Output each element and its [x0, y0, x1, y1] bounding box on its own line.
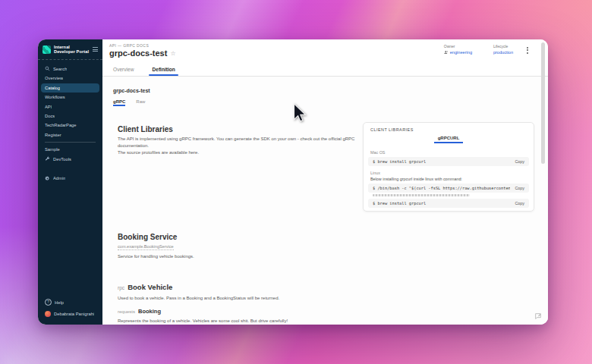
sidebar-item-overview[interactable]: Overview [41, 74, 99, 83]
linux-command-row: $ /bin/bash -c "$(curl -fsSL https://raw… [368, 184, 529, 193]
definition-subtabs: gRPC Raw [113, 99, 145, 106]
sidebar-item-label: Docs [45, 114, 55, 118]
page-title: grpc-docs-test ☆ [109, 49, 176, 58]
desktop-background: Internal Developer Portal Search Overvie… [0, 0, 592, 364]
linux-label: Linux [370, 171, 380, 175]
app-title: Internal Developer Portal [54, 45, 90, 55]
owner-link[interactable]: engineering [444, 50, 472, 55]
request-name: Booking [138, 308, 161, 315]
help-icon: ? [45, 299, 52, 306]
request-kind: requests [118, 309, 135, 314]
horizontal-scrollbar[interactable] [373, 194, 470, 196]
sidebar-nav: Search Overview Catalog Workflows API Do… [38, 60, 102, 184]
sidebar-item-admin[interactable]: Admin [41, 174, 99, 184]
sidebar-item-catalog[interactable]: Catalog [41, 83, 99, 93]
subtab-raw[interactable]: Raw [136, 99, 145, 106]
mouse-cursor [293, 103, 307, 123]
tab-grpcurl[interactable]: gRPCURL [364, 136, 534, 140]
rpc-description: Used to book a vehicle. Pass in a Bookin… [118, 295, 279, 302]
app-window: Internal Developer Portal Search Overvie… [38, 39, 548, 325]
avatar [45, 311, 51, 317]
owner-value: engineering [450, 50, 472, 55]
sidebar-item-techradarpage[interactable]: TechRadarPage [41, 121, 99, 130]
sidebar-item-search[interactable]: Search [41, 64, 99, 74]
sidebar-logo-row[interactable]: Internal Developer Portal [38, 39, 102, 60]
tab-overview[interactable]: Overview [113, 67, 134, 76]
copy-button[interactable]: Copy [515, 159, 524, 164]
copy-button[interactable]: Copy [515, 201, 524, 206]
description-line2: The source protofiles are available here… [118, 150, 199, 155]
main-content: API — GRPC DOCS grpc-docs-test ☆ Owner e… [102, 39, 548, 325]
linux-command2-row: $ brew install grpcurl Copy [368, 199, 529, 208]
macos-command-row: $ brew install grpcurl Copy [368, 157, 529, 166]
sidebar-user[interactable]: Debabrata Panigrahi [41, 309, 99, 319]
sidebar-item-register[interactable]: Register [41, 130, 99, 139]
app-logo-icon [43, 46, 51, 54]
entity-tabs: Overview Definition [102, 64, 548, 77]
request-description: Represents the booking of a vehicle. Veh… [118, 318, 288, 325]
description-line1: The API is implemented using gRPC framew… [118, 136, 354, 148]
sidebar-divider [45, 142, 96, 143]
feedback-icon[interactable] [534, 312, 542, 320]
rpc-heading: rpc Book Vehicle [118, 283, 172, 291]
user-name: Debabrata Panigrahi [54, 312, 94, 316]
request-heading: requests Booking [118, 308, 161, 315]
more-options-icon[interactable] [526, 46, 528, 55]
sidebar-footer: ? Help Debabrata Panigrahi [38, 297, 102, 325]
sidebar-item-devtools[interactable]: DevTools [41, 154, 99, 164]
owner-label: Owner [444, 44, 472, 49]
definition-content: grpc-docs-test gRPC Raw Client Libraries… [102, 77, 548, 325]
entity-name: grpc-docs-test [109, 49, 167, 58]
client-libraries-heading: Client Libraries [118, 125, 173, 133]
sidebar-item-label: Workflows [45, 95, 65, 99]
macos-label: Mac OS [370, 150, 385, 155]
sidebar-item-api[interactable]: API [41, 102, 99, 111]
sidebar-item-label: Overview [45, 76, 63, 80]
rpc-kind: rpc [118, 285, 124, 290]
service-heading: Booking Service [118, 233, 177, 241]
vertical-scrollbar[interactable] [541, 42, 545, 164]
sidebar-item-workflows[interactable]: Workflows [41, 93, 99, 102]
sidebar-item-docs[interactable]: Docs [41, 111, 99, 121]
wrench-icon [45, 156, 50, 162]
tab-definition[interactable]: Definition [152, 67, 175, 76]
linux-command2: $ brew install grpcurl [373, 201, 510, 206]
favorite-star-icon[interactable]: ☆ [170, 50, 175, 57]
owner-meta: Owner engineering [444, 44, 472, 55]
macos-command: $ brew install grpcurl [373, 159, 510, 164]
definition-card-title: grpc-docs-test [113, 88, 150, 93]
breadcrumb[interactable]: API — GRPC DOCS [109, 43, 149, 48]
service-description: Service for handling vehicle bookings. [118, 253, 194, 260]
client-libraries-description: The API is implemented using gRPC framew… [118, 136, 359, 156]
sidebar-item-help[interactable]: ? Help [41, 297, 99, 308]
sidebar-item-label: Sample [45, 147, 60, 152]
sidebar-item-label: Search [53, 67, 67, 71]
sidebar-item-label: Catalog [45, 86, 60, 90]
lifecycle-label: Lifecycle [493, 44, 513, 49]
lifecycle-meta: Lifecycle production [493, 44, 513, 55]
sidebar: Internal Developer Portal Search Overvie… [38, 39, 102, 325]
sidebar-item-label: Register [45, 133, 61, 137]
panel-title: CLIENT LIBRARIES [370, 127, 414, 132]
sidebar-item-sample[interactable]: Sample [41, 145, 99, 154]
lifecycle-link[interactable]: production [493, 50, 513, 55]
client-libraries-panel: CLIENT LIBRARIES gRPCURL Mac OS $ brew i… [363, 122, 534, 212]
group-icon [444, 50, 449, 55]
search-icon [45, 66, 50, 71]
sidebar-item-label: TechRadarPage [45, 123, 77, 127]
sidebar-item-label: API [45, 105, 52, 109]
sidebar-item-label: Help [55, 300, 64, 305]
rpc-name: Book Vehicle [128, 283, 172, 291]
sidebar-item-label: Admin [53, 176, 65, 180]
service-package: com.example.BookingService [118, 244, 174, 250]
gear-icon [45, 176, 50, 181]
subtab-grpc[interactable]: gRPC [113, 99, 125, 106]
copy-button[interactable]: Copy [515, 186, 524, 190]
linux-note: Below installing grpcurl inside linux wi… [370, 177, 462, 181]
sidebar-item-label: DevTools [53, 157, 71, 162]
lifecycle-value: production [493, 50, 513, 55]
linux-command: $ /bin/bash -c "$(curl -fsSL https://raw… [373, 186, 510, 190]
hamburger-icon[interactable] [93, 46, 98, 53]
